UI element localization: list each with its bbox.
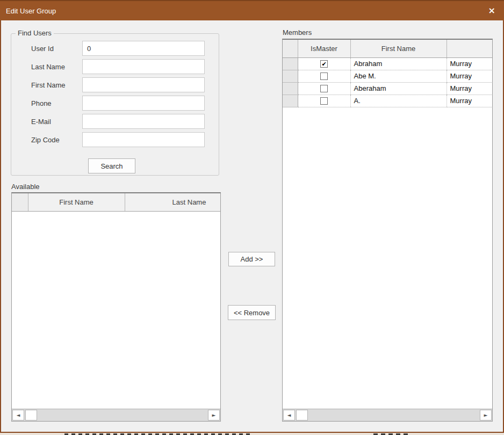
first-name-field[interactable]: [82, 77, 205, 92]
scroll-left-icon[interactable]: ◄: [12, 410, 24, 421]
find-users-fields: User Id Last Name First Name Phone: [11, 34, 219, 147]
find-users-groupbox: Find Users User Id Last Name First Name: [11, 33, 219, 176]
remove-button[interactable]: << Remove: [228, 305, 276, 320]
available-last-name-header[interactable]: Last Name: [125, 193, 220, 211]
members-horizontal-scrollbar[interactable]: ◄ ►: [283, 409, 492, 421]
members-first-name-header[interactable]: First Name: [350, 40, 447, 57]
row-header[interactable]: [283, 95, 298, 107]
row-header[interactable]: [283, 70, 298, 82]
members-label: Members: [283, 28, 313, 37]
member-row[interactable]: Abe M.Murray: [283, 70, 492, 82]
phone-label: Phone: [31, 99, 82, 107]
first-name-row: First Name: [11, 77, 219, 92]
last-name-label: Last Name: [31, 63, 82, 71]
user-id-row: User Id: [11, 41, 219, 56]
window-title: Edit User Group: [6, 7, 56, 15]
available-row-header-column: [12, 193, 28, 211]
last-name-field[interactable]: [82, 59, 205, 74]
phone-field[interactable]: [82, 96, 205, 111]
member-row[interactable]: AberahamMurray: [283, 82, 492, 95]
available-grid[interactable]: First Name Last Name ◄ ►: [11, 192, 221, 422]
first-name-cell[interactable]: A.: [350, 95, 447, 107]
scroll-right-icon[interactable]: ►: [208, 410, 220, 421]
first-name-cell[interactable]: Abe M.: [350, 70, 447, 82]
scrollbar-track[interactable]: [37, 410, 208, 421]
members-ismaster-header[interactable]: IsMaster: [298, 40, 350, 57]
members-grid[interactable]: IsMaster First Name Last Name ✔AbrahamMu…: [282, 39, 493, 422]
email-row: E-Mail: [11, 114, 219, 129]
ismaster-checkbox[interactable]: [320, 73, 328, 80]
scroll-right-icon[interactable]: ►: [480, 410, 492, 421]
user-id-field[interactable]: [82, 41, 205, 56]
phone-row: Phone: [11, 96, 219, 111]
ismaster-cell[interactable]: [298, 82, 350, 95]
zip-code-row: Zip Code: [11, 132, 219, 147]
available-grid-view: First Name Last Name: [12, 193, 220, 409]
last-name-cell[interactable]: Murray: [447, 95, 492, 107]
scrollbar-thumb[interactable]: [25, 410, 37, 421]
zip-code-label: Zip Code: [31, 136, 82, 144]
ismaster-checkbox[interactable]: ✔: [320, 60, 328, 68]
close-icon[interactable]: ×: [488, 6, 495, 15]
row-header[interactable]: [283, 82, 298, 95]
last-name-cell[interactable]: Murray: [447, 82, 492, 95]
first-name-label: First Name: [31, 81, 82, 89]
email-label: E-Mail: [31, 118, 82, 126]
available-horizontal-scrollbar[interactable]: ◄ ►: [12, 409, 220, 421]
email-field[interactable]: [82, 114, 205, 129]
scroll-left-icon[interactable]: ◄: [283, 410, 295, 421]
last-name-cell[interactable]: Murray: [447, 57, 492, 70]
members-last-name-header[interactable]: Last Name: [447, 40, 492, 57]
search-button[interactable]: Search: [88, 158, 135, 173]
available-header-row: First Name Last Name: [12, 193, 220, 211]
find-users-legend: Find Users: [16, 29, 54, 37]
background-window-strip: [0, 433, 504, 435]
last-name-cell[interactable]: Murray: [447, 70, 492, 82]
edit-user-group-dialog: Edit User Group × Find Users User Id Las…: [0, 0, 504, 433]
screen: Edit User Group × Find Users User Id Las…: [0, 0, 504, 435]
first-name-cell[interactable]: Abraham: [350, 57, 447, 70]
members-header-row: IsMaster First Name Last Name: [283, 40, 492, 57]
scrollbar-track[interactable]: [308, 410, 480, 421]
dialog-client-area: Find Users User Id Last Name First Name: [1, 20, 503, 432]
row-header[interactable]: [283, 57, 298, 70]
members-grid-view: IsMaster First Name Last Name ✔AbrahamMu…: [283, 40, 492, 409]
scrollbar-thumb[interactable]: [296, 410, 308, 421]
add-button[interactable]: Add >>: [228, 252, 275, 266]
ismaster-checkbox[interactable]: [320, 97, 328, 105]
ismaster-cell[interactable]: [298, 70, 350, 82]
members-row-header-column: [283, 40, 298, 57]
last-name-row: Last Name: [11, 59, 219, 74]
ismaster-cell[interactable]: ✔: [298, 57, 350, 70]
zip-code-field[interactable]: [82, 132, 205, 147]
first-name-cell[interactable]: Aberaham: [350, 82, 447, 95]
ismaster-checkbox[interactable]: [320, 85, 328, 92]
ismaster-cell[interactable]: [298, 95, 350, 107]
available-label: Available: [11, 183, 40, 191]
member-row[interactable]: A.Murray: [283, 95, 492, 107]
available-first-name-header[interactable]: First Name: [28, 193, 125, 211]
user-id-label: User Id: [31, 45, 82, 53]
titlebar[interactable]: Edit User Group ×: [0, 0, 504, 20]
member-row[interactable]: ✔AbrahamMurray: [283, 57, 492, 70]
